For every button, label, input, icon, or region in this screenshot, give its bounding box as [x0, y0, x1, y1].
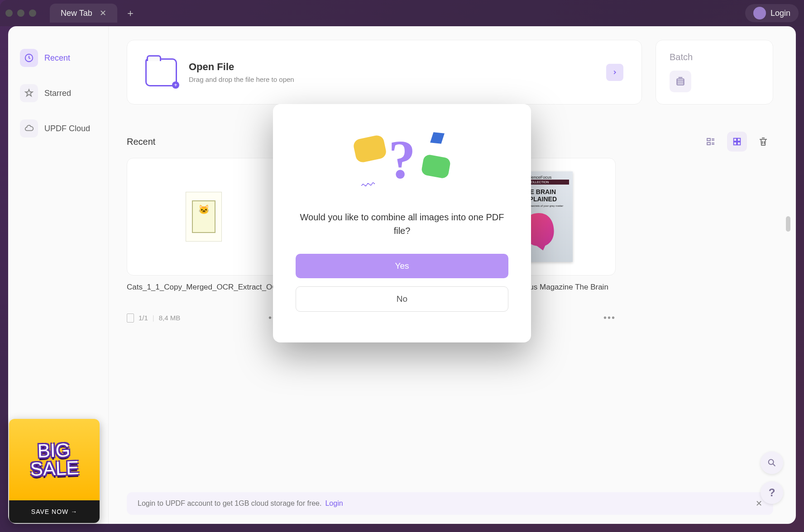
combine-dialog: ? 〰 Would you like to combine all images…	[273, 104, 531, 342]
speech-bubble-icon	[352, 134, 387, 163]
cube-icon	[430, 132, 445, 143]
no-button[interactable]: No	[296, 286, 508, 312]
modal-overlay: ? 〰 Would you like to combine all images…	[0, 0, 804, 532]
dialog-illustration: ? 〰	[296, 129, 508, 197]
question-mark-icon: ?	[388, 128, 416, 191]
dialog-message: Would you like to combine all images int…	[296, 210, 508, 238]
yes-button[interactable]: Yes	[296, 254, 508, 278]
squiggle-icon: 〰	[360, 177, 376, 194]
speech-bubble-icon	[421, 154, 451, 179]
